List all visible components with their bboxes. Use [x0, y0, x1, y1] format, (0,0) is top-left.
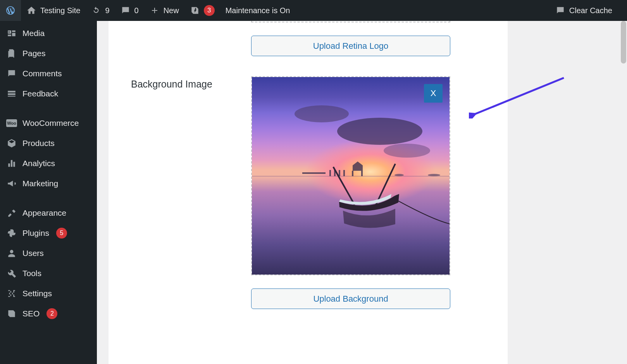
sidebar-item-settings[interactable]: Settings	[0, 283, 97, 304]
sidebar-item-marketing[interactable]: Marketing	[0, 173, 97, 194]
home-icon	[26, 5, 36, 15]
upload-background-button[interactable]: Upload Background	[251, 288, 450, 309]
sidebar-item-label: Products	[22, 139, 55, 148]
adminbar-maintenance[interactable]: Maintenance is On	[220, 0, 296, 21]
pages-icon	[6, 48, 17, 59]
sidebar-item-label: Marketing	[22, 179, 58, 188]
analytics-icon	[6, 158, 17, 169]
sidebar-item-label: Analytics	[22, 159, 55, 168]
admin-sidebar: Media Pages Comments Feedback Woo WooCom	[0, 21, 97, 364]
admin-bar: Testing Site 9 0 New 3 Maint	[0, 0, 627, 21]
media-icon	[6, 28, 17, 39]
upload-retina-logo-button[interactable]: Upload Retina Logo	[251, 36, 450, 56]
sidebar-item-media[interactable]: Media	[0, 23, 97, 43]
sidebar-item-label: Tools	[22, 269, 41, 278]
comment-icon	[121, 5, 131, 15]
plugins-icon	[6, 228, 17, 239]
content-wrap: Upload Retina Logo Background Image	[97, 21, 627, 364]
sidebar-item-woocommerce[interactable]: Woo WooCommerce	[0, 113, 97, 133]
adminbar-comments[interactable]: 0	[115, 0, 144, 21]
svg-rect-3	[252, 176, 450, 177]
svg-rect-8	[353, 165, 363, 171]
tools-icon	[6, 268, 17, 279]
seo-count-badge: 2	[47, 308, 57, 319]
woocommerce-icon: Woo	[6, 118, 17, 129]
svg-rect-10	[352, 171, 353, 176]
background-image-preview: X	[251, 76, 450, 275]
upload-background-label: Upload Background	[313, 294, 388, 304]
sidebar-item-products[interactable]: Products	[0, 133, 97, 153]
yoast-icon	[190, 5, 200, 15]
plugins-count-badge: 5	[56, 228, 67, 239]
svg-rect-6	[339, 170, 340, 176]
background-image-label: Background Image	[131, 76, 251, 90]
adminbar-yoast[interactable]: 3	[184, 0, 220, 21]
sidebar-item-label: WooCommerce	[22, 118, 79, 128]
appearance-icon	[6, 208, 17, 218]
sidebar-item-comments[interactable]: Comments	[0, 64, 97, 84]
svg-rect-4	[329, 170, 331, 176]
remove-button-label: X	[431, 88, 436, 98]
refresh-icon	[91, 5, 101, 15]
adminbar-comments-count: 0	[134, 6, 139, 15]
sidebar-item-plugins[interactable]: Plugins 5	[0, 223, 97, 243]
sidebar-item-label: Feedback	[22, 89, 58, 98]
adminbar-wp-logo[interactable]	[0, 0, 21, 21]
seo-icon	[6, 308, 17, 319]
sidebar-item-analytics[interactable]: Analytics	[0, 153, 97, 173]
svg-rect-12	[302, 172, 326, 174]
adminbar-new-label: New	[164, 6, 179, 15]
remove-background-image-button[interactable]: X	[424, 84, 443, 103]
plus-icon	[150, 5, 160, 15]
sidebar-separator	[0, 104, 97, 113]
retina-logo-dropzone[interactable]	[251, 21, 450, 22]
background-image-thumbnail	[252, 77, 450, 275]
sidebar-item-tools[interactable]: Tools	[0, 263, 97, 283]
adminbar-clear-cache[interactable]: Clear Cache	[550, 0, 618, 21]
svg-point-0	[337, 118, 422, 145]
adminbar-updates-count: 9	[105, 6, 109, 15]
feedback-icon	[6, 88, 17, 99]
adminbar-site-name-label: Testing Site	[40, 6, 80, 15]
svg-marker-9	[353, 161, 363, 165]
settings-panel: Upload Retina Logo Background Image	[109, 21, 508, 364]
sidebar-item-label: Plugins	[22, 228, 49, 238]
sidebar-item-pages[interactable]: Pages	[0, 43, 97, 64]
comments-icon	[6, 68, 17, 79]
adminbar-site-name[interactable]: Testing Site	[21, 0, 86, 21]
comment-solid-icon	[555, 5, 565, 15]
svg-point-1	[295, 105, 349, 122]
svg-rect-11	[361, 171, 363, 176]
sidebar-item-label: Media	[22, 29, 45, 38]
sidebar-item-users[interactable]: Users	[0, 243, 97, 263]
sidebar-item-label: Pages	[22, 49, 46, 58]
settings-icon	[6, 288, 17, 299]
sidebar-item-label: Settings	[22, 289, 52, 298]
upload-retina-logo-label: Upload Retina Logo	[313, 41, 388, 51]
adminbar-maintenance-label: Maintenance is On	[226, 6, 290, 15]
svg-rect-7	[343, 170, 345, 176]
users-icon	[6, 248, 17, 259]
wordpress-icon	[5, 5, 16, 15]
sidebar-item-label: SEO	[22, 309, 40, 318]
sidebar-item-label: Users	[22, 249, 44, 258]
svg-point-13	[394, 174, 404, 176]
products-icon	[6, 138, 17, 149]
sidebar-separator	[0, 194, 97, 203]
sidebar-item-feedback[interactable]: Feedback	[0, 84, 97, 104]
sidebar-item-label: Comments	[22, 69, 62, 78]
adminbar-new[interactable]: New	[144, 0, 184, 21]
sidebar-item-seo[interactable]: SEO 2	[0, 304, 97, 324]
scrollbar[interactable]	[620, 21, 627, 364]
svg-point-14	[428, 174, 440, 176]
marketing-icon	[6, 178, 17, 189]
sidebar-item-appearance[interactable]: Appearance	[0, 203, 97, 223]
adminbar-updates[interactable]: 9	[86, 0, 115, 21]
svg-point-2	[384, 144, 430, 158]
adminbar-clear-cache-label: Clear Cache	[569, 6, 612, 15]
sidebar-item-label: Appearance	[22, 208, 66, 218]
adminbar-yoast-badge: 3	[204, 5, 215, 16]
